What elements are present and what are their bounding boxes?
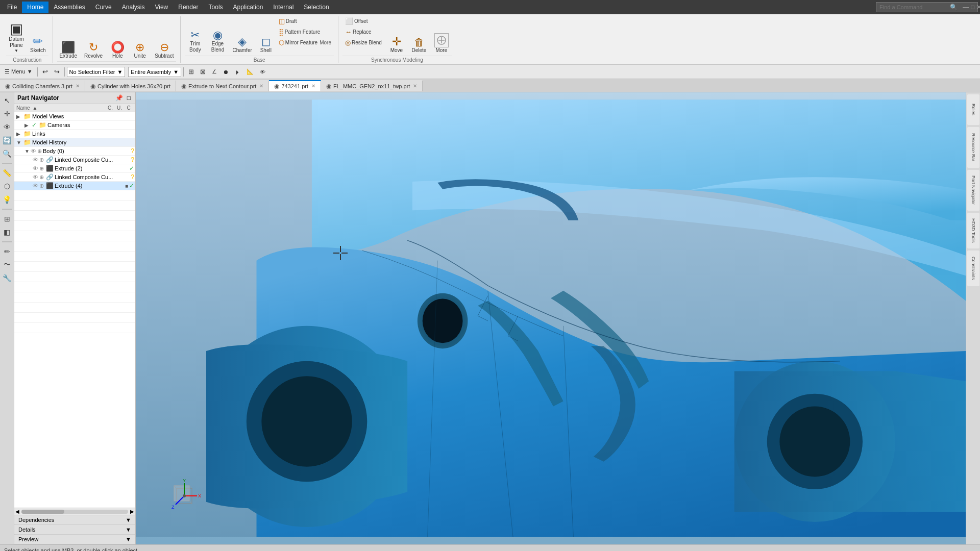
lt-tools-button[interactable]: 🔧	[1, 272, 13, 284]
more-sync-button[interactable]: More	[431, 32, 452, 55]
close-window-icon[interactable]: ✕	[976, 4, 980, 11]
record-button[interactable]: ⏺	[220, 67, 231, 77]
dependencies-expand-icon[interactable]: ▼	[126, 517, 131, 523]
details-panel-header[interactable]: Details ▼	[14, 525, 135, 534]
datum-plane-arrow[interactable]: ▼	[14, 48, 18, 53]
lt-analysis-button[interactable]: ⊞	[1, 213, 13, 225]
menu-item-file[interactable]: File	[2, 2, 22, 13]
unite-button[interactable]: ⊕ Unite	[130, 40, 150, 60]
rs-constraints-button[interactable]: Constraints	[967, 251, 979, 286]
extrude-button[interactable]: ⬛ Extrude	[57, 40, 80, 60]
tab-extrude-next[interactable]: ◉ Extrude to Next Contour.prt ✕	[176, 80, 269, 91]
rs-hd3d-button[interactable]: HD3D Tools	[967, 213, 979, 248]
search-input[interactable]	[879, 4, 950, 10]
menu-item-home[interactable]: Home	[22, 2, 48, 13]
revolve-button[interactable]: ↻ Revolve	[82, 40, 105, 60]
hscroll-right[interactable]: ▶	[130, 509, 134, 514]
tree-item-linked-2[interactable]: 👁 ⊕ 🔗 Linked Composite Cu... ?	[14, 173, 135, 182]
tab-fl-mmc-close[interactable]: ✕	[413, 83, 417, 89]
maximize-icon[interactable]: □	[971, 4, 974, 11]
shell-button[interactable]: ◻ Shell	[257, 35, 275, 55]
tree-arrow-body-0[interactable]: ▼	[24, 148, 31, 154]
lt-selection-button[interactable]: ↖	[1, 94, 13, 107]
move-button[interactable]: ✛ Move	[386, 35, 407, 55]
trim-body-button[interactable]: ✂ TrimBody	[185, 28, 205, 55]
dependencies-panel-header[interactable]: Dependencies ▼	[14, 515, 135, 524]
replace-button[interactable]: ↔ Replace	[342, 27, 384, 37]
tab-743241[interactable]: ◉ 743241.prt ✕	[269, 80, 321, 91]
pattern-feature-button[interactable]: ⣿ Pattern Feature	[276, 27, 334, 37]
resize-blend-button[interactable]: ◎ Resize Blend	[342, 38, 384, 47]
tree-item-links[interactable]: ▶ 📁 Links	[14, 130, 135, 138]
tree-item-linked-1[interactable]: 👁 ⊕ 🔗 Linked Composite Cu... ?	[14, 156, 135, 164]
search-icon[interactable]: 🔍	[950, 4, 958, 11]
selection-filter-dropdown[interactable]: No Selection Filter ▼	[67, 67, 126, 77]
hscroll-left[interactable]: ◀	[15, 509, 19, 514]
lt-render-button[interactable]: 💡	[1, 193, 13, 206]
rs-navigator-button[interactable]: Part Navigator	[967, 170, 979, 211]
menu-item-curve[interactable]: Curve	[90, 2, 117, 13]
viewport[interactable]: X Y Z	[136, 92, 966, 544]
minimize-icon[interactable]: —	[963, 4, 969, 11]
search-box[interactable]: 🔍 — □ ✕	[876, 2, 978, 12]
tab-extrude-next-close[interactable]: ✕	[259, 83, 263, 89]
playback-button[interactable]: ⏵	[232, 67, 243, 77]
lt-measure-button[interactable]: 📏	[1, 167, 13, 179]
rs-resource-button[interactable]: Resource Bar	[967, 127, 979, 168]
tree-item-extrude-4[interactable]: 👁 ⊕ ⬛ Extrude (4) ■ ✓	[14, 182, 135, 190]
tab-743241-close[interactable]: ✕	[311, 83, 315, 89]
tree-arrow-links[interactable]: ▶	[16, 131, 22, 137]
tree-item-extrude-2[interactable]: 👁 ⊕ ⬛ Extrude (2) ✓	[14, 164, 135, 173]
tree-arrow-model-history[interactable]: ▼	[16, 140, 22, 145]
lt-section-button[interactable]: ◧	[1, 226, 13, 238]
subtract-button[interactable]: ⊖ Subtract	[152, 40, 176, 60]
menu-item-view[interactable]: View	[150, 2, 173, 13]
edge-blend-button[interactable]: ◉ EdgeBlend	[207, 28, 228, 55]
redo-button[interactable]: ↪	[52, 66, 62, 77]
menu-item-application[interactable]: Application	[228, 2, 268, 13]
sketch-button[interactable]: ✏ Sketch	[28, 34, 48, 55]
hole-button[interactable]: ⭕ Hole	[107, 40, 128, 60]
tree-item-body-0[interactable]: ▼ 👁 ⊕ Body (0) ?	[14, 147, 135, 156]
preview-expand-icon[interactable]: ▼	[126, 536, 131, 542]
chamfer-button[interactable]: ◈ Chamfer	[230, 35, 254, 55]
tree-item-cameras[interactable]: ▶ ✓ 📁 Cameras	[14, 121, 135, 130]
menu-item-selection[interactable]: Selection	[299, 2, 334, 13]
delete-button[interactable]: 🗑 Delete	[409, 36, 429, 55]
menu-item-tools[interactable]: Tools	[204, 2, 228, 13]
lt-zoom-button[interactable]: 🔍	[1, 147, 13, 160]
menu-item-analysis[interactable]: Analysis	[117, 2, 150, 13]
mirror-feature-button[interactable]: ⬡ Mirror Feature More	[276, 38, 334, 47]
assembly-scope-dropdown[interactable]: Entire Assembly ▼	[128, 67, 181, 77]
tab-fl-mmc[interactable]: ◉ FL_MMC_GEN2_nx11_twp.prt ✕	[321, 80, 423, 91]
lt-orient-button[interactable]: 🔄	[1, 134, 13, 146]
draft-button[interactable]: ◫ Draft	[276, 16, 334, 26]
lt-sketch-toolbar-button[interactable]: ✏	[1, 245, 13, 258]
menu-item-assemblies[interactable]: Assemblies	[48, 2, 90, 13]
constraint-button[interactable]: ∠	[209, 67, 219, 77]
datum-plane-button[interactable]: ▣ DatumPlane ▼	[6, 20, 27, 55]
lt-view-button[interactable]: 👁	[1, 121, 13, 133]
snap-button[interactable]: ⊞	[186, 66, 197, 77]
tab-cylinder-holes[interactable]: ◉ Cylinder with Holes 36x20.prt	[85, 80, 176, 91]
lt-curve-button[interactable]: 〜	[1, 259, 13, 271]
offset-button[interactable]: ⬜ Offset	[342, 16, 384, 26]
nav-pin-button[interactable]: 📌	[114, 94, 125, 102]
lt-snap-button[interactable]: ✛	[1, 108, 13, 120]
hscroll-track[interactable]	[21, 510, 128, 514]
tab-colliding-chamfers-close[interactable]: ✕	[76, 83, 80, 89]
measure-button[interactable]: 📐	[244, 67, 256, 77]
preview-panel-header[interactable]: Preview ▼	[14, 535, 135, 544]
tab-colliding-chamfers[interactable]: ◉ Colliding Chamfers 3.prt ✕	[0, 80, 85, 91]
lt-layers-button[interactable]: ⬡	[1, 180, 13, 192]
menu-item-internal[interactable]: Internal	[268, 2, 299, 13]
tree-arrow-cameras[interactable]: ▶	[24, 122, 31, 128]
tree-arrow-model-views[interactable]: ▶	[16, 114, 22, 119]
nav-hscroll[interactable]: ◀ ▶	[14, 508, 135, 515]
menu-item-render[interactable]: Render	[173, 2, 203, 13]
nav-sort-icon[interactable]: ▲	[32, 105, 37, 111]
filter-button[interactable]: ⊠	[198, 66, 208, 77]
tree-item-model-views[interactable]: ▶ 📁 Model Views	[14, 112, 135, 121]
preview-toolbar-button[interactable]: 👁	[257, 67, 268, 77]
hscroll-thumb[interactable]	[21, 510, 64, 514]
